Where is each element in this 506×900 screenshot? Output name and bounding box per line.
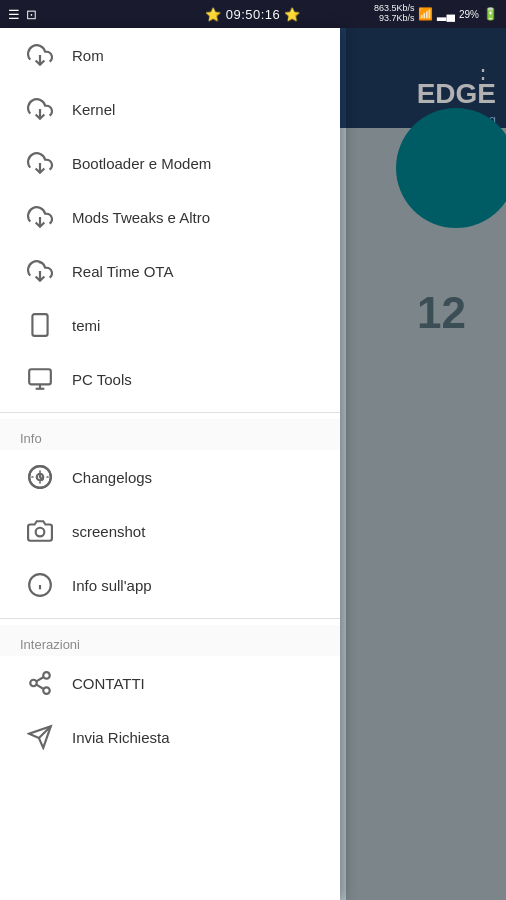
- menu-item-rom[interactable]: Rom: [0, 28, 340, 82]
- send-icon-invia: [20, 724, 60, 750]
- changelogs-icon: [20, 464, 60, 490]
- status-bar-time: ⭐ 09:50:16 ⭐: [205, 7, 301, 22]
- status-bar-left: ☰ ⊡: [8, 7, 37, 22]
- menu-label-rom: Rom: [72, 47, 104, 64]
- menu-item-ota[interactable]: Real Time OTA: [0, 244, 340, 298]
- status-bar: ☰ ⊡ ⭐ 09:50:16 ⭐ 863.5Kb/s 93.7Kb/s 📶 ▂▄…: [0, 0, 506, 28]
- share-icon-contatti: [20, 670, 60, 696]
- menu-item-invia[interactable]: Invia Richiesta: [0, 710, 340, 764]
- navigation-drawer: Rom Kernel Bootloader e Modem Mods Tweak…: [0, 28, 340, 900]
- svg-line-21: [36, 677, 43, 681]
- battery-icon: 🔋: [483, 7, 498, 21]
- menu-item-bootloader[interactable]: Bootloader e Modem: [0, 136, 340, 190]
- menu-label-mods: Mods Tweaks e Altro: [72, 209, 210, 226]
- download-cloud-icon-mods: [20, 204, 60, 230]
- menu-label-temi: temi: [72, 317, 100, 334]
- drawer-main-section: Rom Kernel Bootloader e Modem Mods Tweak…: [0, 28, 340, 406]
- svg-point-18: [30, 680, 37, 687]
- interactions-section-header: Interazioni: [0, 625, 340, 656]
- drawer-info-section: Info Changelogs screenshot Info sull'app: [0, 419, 340, 612]
- menu-label-changelogs: Changelogs: [72, 469, 152, 486]
- wifi-icon: 📶: [418, 7, 433, 21]
- menu-label-kernel: Kernel: [72, 101, 115, 118]
- menu-item-changelogs[interactable]: Changelogs: [0, 450, 340, 504]
- divider-interactions: [0, 618, 340, 619]
- signal-icon: ▂▄: [437, 7, 455, 21]
- notification-icon-2: ⊡: [26, 7, 37, 22]
- menu-label-invia: Invia Richiesta: [72, 729, 170, 746]
- menu-item-screenshot[interactable]: screenshot: [0, 504, 340, 558]
- notification-icon-1: ☰: [8, 7, 20, 22]
- menu-item-kernel[interactable]: Kernel: [0, 82, 340, 136]
- svg-point-19: [43, 687, 50, 694]
- menu-item-contatti[interactable]: CONTATTI: [0, 656, 340, 710]
- menu-item-temi[interactable]: temi: [0, 298, 340, 352]
- svg-rect-8: [29, 369, 51, 384]
- svg-point-13: [36, 528, 45, 537]
- phone-icon-temi: [20, 312, 60, 338]
- camera-icon-screenshot: [20, 518, 60, 544]
- menu-label-pctools: PC Tools: [72, 371, 132, 388]
- svg-point-17: [43, 672, 50, 679]
- menu-item-mods[interactable]: Mods Tweaks e Altro: [0, 190, 340, 244]
- drawer-interactions-section: Interazioni CONTATTI Invia Richiesta: [0, 625, 340, 764]
- cloud-down-icon-ota: [20, 258, 60, 284]
- download-cloud-icon-rom: [20, 42, 60, 68]
- menu-label-contatti: CONTATTI: [72, 675, 145, 692]
- battery-text: 29%: [459, 9, 479, 20]
- speed-up: 863.5Kb/s 93.7Kb/s: [374, 4, 415, 24]
- monitor-icon-pctools: [20, 366, 60, 392]
- menu-label-ota: Real Time OTA: [72, 263, 173, 280]
- menu-label-screenshot: screenshot: [72, 523, 145, 540]
- menu-item-infoapp[interactable]: Info sull'app: [0, 558, 340, 612]
- menu-item-pctools[interactable]: PC Tools: [0, 352, 340, 406]
- menu-label-bootloader: Bootloader e Modem: [72, 155, 211, 172]
- download-cloud-icon-kernel: [20, 96, 60, 122]
- status-bar-right: 863.5Kb/s 93.7Kb/s 📶 ▂▄ 29% 🔋: [374, 4, 498, 24]
- svg-line-20: [36, 685, 43, 689]
- drawer-overlay[interactable]: [346, 28, 506, 900]
- divider-info: [0, 412, 340, 413]
- download-cloud-icon-bootloader: [20, 150, 60, 176]
- svg-rect-6: [32, 314, 47, 336]
- menu-label-infoapp: Info sull'app: [72, 577, 152, 594]
- info-icon-infoapp: [20, 572, 60, 598]
- info-section-header: Info: [0, 419, 340, 450]
